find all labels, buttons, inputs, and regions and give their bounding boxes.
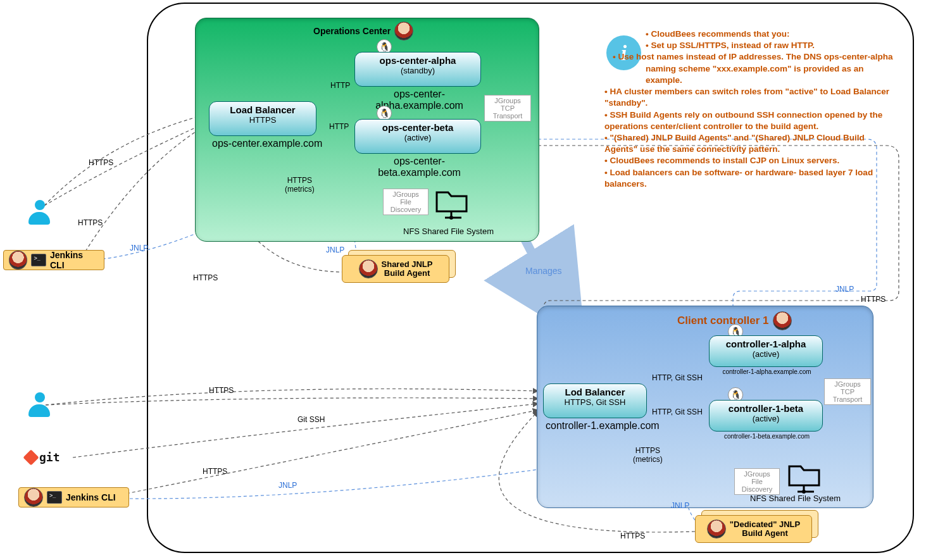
ops-load-balancer-node: Load Balancer HTTPS — [209, 101, 316, 136]
edge-https: HTTPS — [620, 532, 645, 540]
edge-jnlp: JNLP — [278, 481, 297, 490]
client-beta-title: controller-1-beta — [713, 403, 818, 414]
nfs-folder-icon — [786, 459, 818, 490]
ops-alpha-sub: (standby) — [359, 66, 477, 75]
client-beta-url: controller-1-beta.example.com — [711, 433, 822, 440]
ops-beta-node: ops-center-beta (active) — [354, 119, 481, 154]
nfs-folder-icon — [434, 185, 465, 216]
edge-https: HTTPS — [78, 218, 103, 227]
client-lb-url: controller-1.example.com — [546, 420, 660, 432]
edge-httpgitssh: HTTP, Git SSH — [652, 408, 703, 416]
git-icon — [23, 449, 39, 465]
client-nfs-label: NFS Shared File System — [750, 494, 841, 503]
ops-lb-url: ops-center.example.com — [212, 138, 322, 149]
edge-jnlp: JNLP — [130, 244, 148, 252]
ops-jgroups-tcp: JGroups TCP Transport — [484, 95, 531, 121]
info-line-5: • "(Shared) JNLP Build Agents" and "(Sha… — [604, 132, 896, 155]
client-alpha-node: controller-1-alpha (active) — [709, 335, 823, 367]
jenkins-icon — [394, 22, 413, 40]
client-alpha-title: controller-1-alpha — [713, 339, 818, 349]
info-bullets: • CloudBees recommends that you: • Set u… — [604, 28, 896, 190]
ops-beta-title: ops-center-beta — [359, 122, 477, 133]
ops-jgroups-file: JGroups File Discovery — [383, 189, 429, 215]
client-beta-sub: (active) — [713, 414, 818, 423]
user-icon — [28, 392, 51, 418]
shared-jnlp-agent: Shared JNLP Build Agent — [342, 250, 456, 283]
edge-http: HTTP — [329, 122, 349, 131]
info-line-1: • Set up SSL/HTTPS, instead of raw HTTP. — [646, 40, 896, 51]
git-label-text: git — [39, 451, 60, 464]
jenkins-cli-1-label: Jenkins CLI — [50, 250, 99, 270]
edge-jnlp: JNLP — [835, 285, 854, 294]
client-alpha-url: controller-1-alpha.example.com — [711, 368, 822, 375]
manages-label: Manages — [525, 266, 562, 276]
edge-http: HTTP — [330, 81, 350, 90]
client-jgroups-file: JGroups File Discovery — [734, 468, 780, 495]
edge-https: HTTPS — [89, 158, 113, 167]
jenkins-cli-2-label: Jenkins CLI — [66, 492, 116, 502]
jenkins-icon — [24, 488, 43, 507]
edge-https: HTTPS — [193, 273, 218, 282]
edge-https-metrics: HTTPS (metrics) — [633, 446, 663, 464]
client-lb-sub: HTTPS, Git SSH — [547, 397, 642, 407]
terminal-icon — [31, 254, 46, 266]
client-alpha-sub: (active) — [713, 349, 818, 359]
client-lb-node: Lod Balancer HTTPS, Git SSH — [543, 383, 647, 418]
edge-jnlp: JNLP — [671, 501, 689, 510]
client-controller-title-text: Client controller 1 — [677, 314, 769, 327]
client-lb-title: Lod Balancer — [547, 387, 642, 397]
edge-https: HTTPS — [203, 467, 227, 476]
jenkins-cli-2: Jenkins CLI — [18, 487, 129, 507]
git-client: git — [25, 451, 60, 464]
terminal-icon — [47, 491, 62, 504]
info-line-7: • Load balancers can be software- or har… — [604, 167, 896, 190]
client-jgroups-tcp: JGroups TCP Transport — [824, 378, 871, 405]
edge-https: HTTPS — [861, 295, 885, 304]
ops-beta-sub: (active) — [359, 133, 477, 142]
shared-agent-label: Shared JNLP Build Agent — [382, 260, 433, 278]
info-line-2: • Use host names instead of IP addresses… — [646, 51, 896, 86]
info-line-0: • CloudBees recommends that you: — [646, 28, 896, 40]
dedicated-agent-label: "Dedicated" JNLP Build Agent — [730, 520, 800, 538]
ops-alpha-title: ops-center-alpha — [359, 55, 477, 66]
dedicated-jnlp-agent: "Dedicated" JNLP Build Agent — [695, 510, 818, 543]
jenkins-icon — [707, 520, 726, 538]
ops-lb-sub: HTTPS — [213, 115, 312, 125]
edge-https: HTTPS — [209, 386, 234, 395]
ops-alpha-node: ops-center-alpha (standby) — [354, 52, 481, 87]
client-beta-node: controller-1-beta (active) — [709, 400, 823, 432]
jenkins-cli-1: Jenkins CLI — [3, 250, 104, 270]
ops-beta-url: ops-center-beta.example.com — [358, 156, 481, 178]
jenkins-icon — [773, 311, 792, 330]
info-line-3: • HA cluster members can switch roles fr… — [604, 86, 896, 109]
jenkins-icon — [359, 259, 378, 278]
info-line-6: • CloudBees recommends to install CJP on… — [604, 155, 896, 166]
user-icon — [28, 200, 51, 225]
ops-nfs-label: NFS Shared File System — [403, 227, 494, 236]
edge-httpgitssh: HTTP, Git SSH — [652, 373, 703, 382]
edge-jnlp: JNLP — [326, 246, 344, 254]
jenkins-icon — [9, 251, 27, 270]
operations-center-title-text: Operations Center — [313, 26, 391, 36]
operations-center-title: Operations Center — [313, 22, 413, 40]
edge-gitssh: Git SSH — [297, 415, 325, 424]
ops-alpha-url: ops-center-alpha.example.com — [358, 89, 481, 111]
info-line-4: • SSH Build Agents rely on outbound SSH … — [604, 109, 896, 132]
ops-lb-title: Load Balancer — [213, 104, 312, 115]
edge-https-metrics: HTTPS (metrics) — [285, 176, 315, 194]
